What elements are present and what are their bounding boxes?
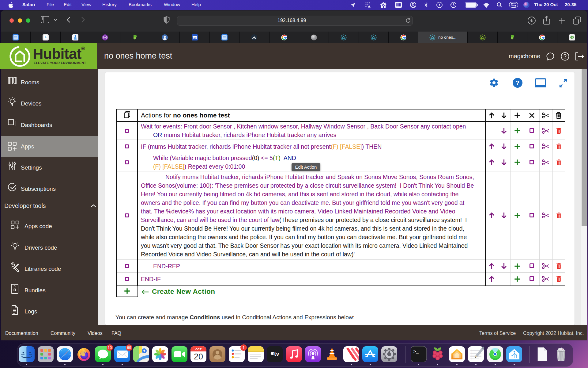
svg-text:?: ?	[516, 79, 520, 86]
svg-text:tv: tv	[274, 351, 279, 357]
svg-text:OCT: OCT	[195, 347, 202, 351]
svg-text:>_: >_	[413, 349, 419, 354]
svg-text:20: 20	[194, 352, 203, 361]
